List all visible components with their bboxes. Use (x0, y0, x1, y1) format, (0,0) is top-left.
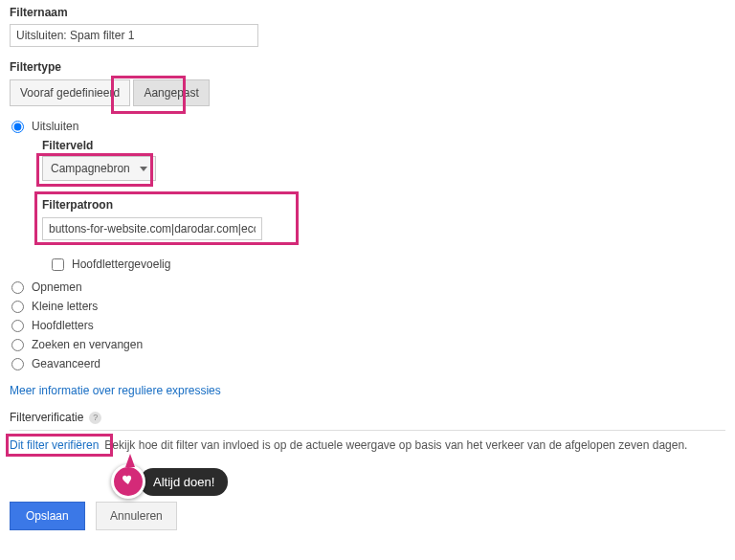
case-sensitive-checkbox[interactable] (52, 258, 64, 271)
include-label: Opnemen (32, 280, 82, 294)
uppercase-label: Hoofdletters (32, 319, 94, 332)
custom-toggle[interactable]: Aangepast (133, 79, 209, 106)
filter-name-label: Filternaam (10, 6, 725, 19)
advanced-label: Geavanceerd (32, 357, 100, 370)
verify-desc: Bekijk hoe dit filter van invloed is op … (104, 438, 687, 452)
search-replace-label: Zoeken en vervangen (32, 338, 143, 351)
filter-field-selected: Campagnebron (51, 162, 130, 175)
verify-filter-link[interactable]: Dit filter verifiëren (10, 438, 99, 452)
filter-field-dropdown[interactable]: Campagnebron (42, 156, 156, 181)
heart-icon (111, 464, 145, 499)
filter-name-input[interactable] (10, 24, 258, 47)
search-replace-radio[interactable] (11, 339, 24, 351)
include-radio[interactable] (11, 281, 24, 294)
filter-pattern-label: Filterpatroon (42, 198, 725, 212)
chevron-down-icon (140, 167, 147, 171)
exclude-label: Uitsluiten (32, 120, 78, 133)
regex-info-link[interactable]: Meer informatie over reguliere expressie… (10, 384, 221, 397)
lowercase-radio[interactable] (11, 301, 24, 313)
cancel-button[interactable]: Annuleren (96, 502, 177, 530)
case-sensitive-label: Hoofdlettergevoelig (72, 258, 170, 271)
exclude-radio[interactable] (11, 121, 24, 133)
filter-type-label: Filtertype (10, 60, 725, 74)
lowercase-label: Kleine letters (32, 300, 98, 313)
verification-header: Filterverificatie (10, 411, 83, 424)
uppercase-radio[interactable] (11, 320, 24, 332)
help-icon[interactable]: ? (89, 412, 101, 424)
filter-field-label: Filterveld (42, 139, 725, 152)
save-button[interactable]: Opslaan (10, 502, 85, 530)
callout: Altijd doen! (111, 464, 228, 499)
callout-text: Altijd doen! (140, 468, 228, 496)
advanced-radio[interactable] (11, 358, 24, 370)
predefined-toggle[interactable]: Vooraf gedefinieerd (10, 79, 130, 106)
filter-pattern-input[interactable] (42, 217, 262, 240)
